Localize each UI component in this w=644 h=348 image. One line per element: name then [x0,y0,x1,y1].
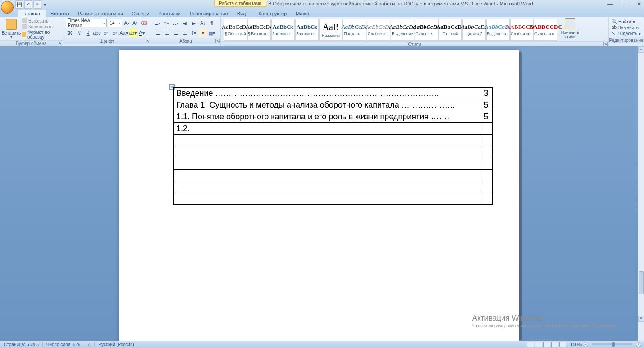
zoom-thumb[interactable] [612,342,615,347]
strikethrough-button[interactable]: abc [93,29,101,37]
clear-formatting-button[interactable]: ⌫ [140,19,148,27]
numbering-button[interactable]: ≡▾ [163,19,171,27]
format-painter-button[interactable]: Формат по образцу [22,30,61,40]
toc-text-cell[interactable]: 1.2. [174,123,480,135]
highlight-button[interactable]: ab▾ [129,29,137,37]
line-spacing-button[interactable]: ‡▾ [190,29,198,37]
change-styles-button[interactable]: Изменить стили [559,18,581,40]
tab-insert[interactable]: Вставка [46,10,73,17]
table-row[interactable] [174,181,493,193]
save-icon[interactable]: 💾 [15,0,23,9]
toc-page-cell[interactable] [480,135,493,146]
office-button[interactable] [1,1,14,14]
toc-text-cell[interactable] [174,146,480,158]
style-item-6[interactable]: AaBbCcDcСлабое в… [367,19,390,41]
style-item-13[interactable]: AABBCCDCСильная с… [534,19,557,41]
table-row[interactable]: Глава 1. Сущность и методы анализа оборо… [174,99,493,111]
toc-text-cell[interactable]: Введение ……………………………………………………………………….. [174,88,480,99]
table-row[interactable]: Введение ………………………………………………………………………..3 [174,88,493,99]
show-hide-button[interactable]: ¶ [208,19,216,27]
replace-button[interactable]: abЗаменить [612,25,641,30]
status-language[interactable]: Русский (Россия) [95,342,138,347]
sort-button[interactable]: A↓ [199,19,207,27]
tab-layout[interactable]: Макет [291,10,314,17]
tab-home[interactable]: Главная [18,10,46,17]
borders-button[interactable]: ▦▾ [208,29,216,37]
styles-gallery[interactable]: AaBbCcDc¶ ОбычныйAaBbCcDc¶ Без инте…AaBb… [223,18,558,41]
italic-button[interactable]: К [75,29,83,37]
style-item-10[interactable]: AaBbCcDcЦитата 2 [462,19,486,41]
toc-text-cell[interactable] [174,135,480,146]
paste-dropdown-icon[interactable]: ▼ [10,36,13,39]
scroll-up-icon[interactable]: ▲ [638,46,644,53]
grow-font-button[interactable]: A▴ [123,19,131,27]
scroll-down-icon[interactable]: ▼ [638,316,644,322]
toc-page-cell[interactable]: 3 [480,88,493,99]
tab-page-layout[interactable]: Разметка страницы [73,10,128,17]
paste-button[interactable]: Вставить ▼ [2,18,21,40]
zoom-level[interactable]: 150% [570,342,582,347]
find-button[interactable]: 🔍Найти ▾ [612,19,641,24]
toc-text-cell[interactable] [174,181,480,193]
tab-references[interactable]: Ссылки [128,10,154,17]
table-row[interactable] [174,170,493,181]
vertical-scrollbar[interactable]: ▲ ▼ [638,46,644,341]
zoom-slider[interactable] [592,343,632,345]
justify-button[interactable]: ☰ [181,29,189,37]
font-name-combo[interactable]: Times New Roman▾ [66,19,107,27]
tab-review[interactable]: Рецензирование [185,10,233,17]
table-row[interactable] [174,146,493,158]
undo-icon[interactable]: ↶ [24,0,32,9]
tab-view[interactable]: Вид [233,10,251,17]
shrink-font-button[interactable]: A▾ [131,19,139,27]
table-row[interactable] [174,135,493,146]
align-right-button[interactable]: ☰ [172,29,180,37]
font-launcher[interactable]: ⬊ [146,39,150,43]
multilevel-button[interactable]: ☷▾ [172,19,180,27]
view-full-screen-button[interactable] [535,342,542,347]
bold-button[interactable]: Ж [66,29,74,37]
decrease-indent-button[interactable]: ◀ [181,19,189,27]
view-outline-button[interactable] [551,342,558,347]
toc-page-cell[interactable]: 5 [480,99,493,111]
zoom-out-button[interactable]: − [583,342,588,347]
font-size-combo[interactable]: 14▾ [108,19,122,27]
style-item-4[interactable]: АаВНазвание [319,19,343,41]
toc-text-cell[interactable]: Глава 1. Сущность и методы анализа оборо… [174,99,480,111]
align-left-button[interactable]: ☰ [154,29,162,37]
tab-mailings[interactable]: Рассылки [154,10,185,17]
font-color-button[interactable]: A▾ [138,29,146,37]
style-item-8[interactable]: AaBbCcDcСильное … [415,19,438,41]
status-proofing-icon[interactable]: ⎌ [84,342,95,347]
qat-dropdown-icon[interactable]: ▾ [42,0,47,9]
shading-button[interactable]: ▾ [199,29,207,37]
increase-indent-button[interactable]: ▶ [190,19,198,27]
toc-page-cell[interactable] [480,123,493,135]
cut-button[interactable]: Вырезать [22,18,61,23]
view-web-layout-button[interactable] [543,342,550,347]
style-item-2[interactable]: AaBbCcЗаголово… [271,19,295,41]
copy-button[interactable]: Копировать [22,24,61,29]
toc-text-cell[interactable] [174,170,480,181]
toc-text-cell[interactable]: 1.1. Понятие оборотного капитала и его р… [174,111,480,123]
subscript-button[interactable]: x2 [102,29,110,37]
status-words[interactable]: Число слов: 526 [43,342,85,347]
status-page[interactable]: Страница: 5 из 5 [0,342,43,347]
tab-design[interactable]: Конструктор [254,10,292,17]
view-print-layout-button[interactable] [527,342,534,347]
style-item-9[interactable]: AaBbCcDcСтрогий [438,19,462,41]
maximize-button[interactable]: ◻ [621,1,628,7]
redo-icon[interactable]: ↷ [33,0,41,9]
table-row[interactable] [174,158,493,170]
superscript-button[interactable]: x2 [111,29,119,37]
toc-page-cell[interactable] [480,146,493,158]
toc-page-cell[interactable] [480,170,493,181]
table-row[interactable]: 1.2. [174,123,493,135]
table-row[interactable] [174,193,493,205]
toc-text-cell[interactable] [174,193,480,205]
style-item-5[interactable]: AaBbCcDcПодзагол… [343,19,366,41]
style-item-0[interactable]: AaBbCcDc¶ Обычный [224,19,247,41]
style-item-1[interactable]: AaBbCcDc¶ Без инте… [247,19,271,41]
toc-page-cell[interactable] [480,193,493,205]
style-item-7[interactable]: AaBbCcDcВыделение [391,19,414,41]
